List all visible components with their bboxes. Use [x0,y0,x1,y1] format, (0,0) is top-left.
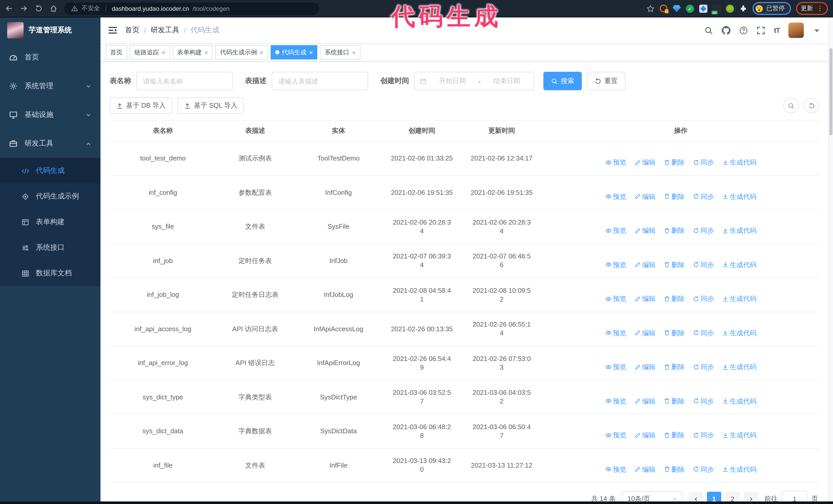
edit-link[interactable]: 编辑 [634,294,656,303]
preview-link[interactable]: 预览 [605,397,626,405]
sidebar-item-form-builder[interactable]: 表单构建 [0,209,100,235]
preview-link[interactable]: 预览 [605,226,626,235]
generate-code-link[interactable]: 生成代码 [722,362,756,371]
breadcrumb-dev-tools[interactable]: 研发工具 [151,26,180,35]
sidebar-item-home[interactable]: 首页 [0,43,100,72]
generate-code-link[interactable]: 生成代码 [722,226,756,235]
preview-link[interactable]: 预览 [605,260,626,269]
toggle-search-button[interactable] [783,98,799,113]
extension-icon-dark-on[interactable] [713,4,721,13]
preview-link[interactable]: 预览 [605,158,626,167]
edit-link[interactable]: 编辑 [634,465,656,474]
sync-link[interactable]: 同步 [693,431,714,439]
delete-link[interactable]: 删除 [664,158,685,167]
sync-link[interactable]: 同步 [693,397,714,405]
sync-link[interactable]: 同步 [693,329,714,337]
import-sql-button[interactable]: 基于 SQL 导入 [177,97,244,114]
extension-icon-grid-diamond[interactable] [699,4,708,13]
reload-icon[interactable] [35,5,43,12]
sync-link[interactable]: 同步 [693,158,714,167]
extension-icon-green-check[interactable]: ✓ [686,4,694,13]
delete-link[interactable]: 删除 [664,362,685,371]
generate-code-link[interactable]: 生成代码 [722,431,756,439]
sidebar-item-db-doc[interactable]: 数据库文档 [0,261,100,286]
extension-icon-blue-gem[interactable] [672,4,681,13]
date-range-picker[interactable]: 开始日期 - 结束日期 [414,72,534,90]
extension-icon-green-robot[interactable] [726,4,734,13]
breadcrumb-home[interactable]: 首页 [125,26,139,35]
browser-update-button[interactable]: 更新 [796,2,828,15]
delete-link[interactable]: 删除 [664,294,685,303]
header-search-icon[interactable] [704,26,713,34]
tab-system-api[interactable]: 系统接口× [320,45,360,59]
close-icon[interactable]: × [309,49,313,56]
tab-home[interactable]: 首页 [105,45,127,59]
table-name-input[interactable] [136,72,233,90]
preview-link[interactable]: 预览 [605,329,626,337]
tab-codegen-example[interactable]: 代码生成示例× [215,45,268,59]
reset-button[interactable]: 重置 [587,72,625,90]
generate-code-link[interactable]: 生成代码 [722,192,756,201]
tab-form-builder[interactable]: 表单构建× [172,45,213,59]
close-icon[interactable]: × [204,49,208,56]
sync-link[interactable]: 同步 [693,192,714,201]
import-db-button[interactable]: 基于 DB 导入 [110,97,172,114]
sidebar-item-codegen-example[interactable]: 代码生成示例 [0,184,100,209]
edit-link[interactable]: 编辑 [634,260,656,269]
github-icon[interactable] [722,26,731,34]
close-icon[interactable]: × [352,49,356,56]
sidebar-item-dev-tools[interactable]: 研发工具 [0,129,100,158]
sidebar-toggle-hamburger-icon[interactable] [108,25,118,35]
preview-link[interactable]: 预览 [605,465,626,474]
generate-code-link[interactable]: 生成代码 [722,260,756,269]
extension-icon-orange[interactable] [660,5,667,12]
delete-link[interactable]: 删除 [664,465,685,474]
close-icon[interactable]: × [162,49,165,56]
address-bar[interactable]: 不安全 dashboard.yudao.iocoder.cn/tool/code… [64,2,319,15]
extensions-puzzle-icon[interactable] [739,4,747,13]
sync-link[interactable]: 同步 [693,362,714,371]
sync-link[interactable]: 同步 [693,260,714,269]
close-icon[interactable]: × [259,49,263,56]
edit-link[interactable]: 编辑 [634,192,656,201]
edit-link[interactable]: 编辑 [634,158,656,167]
edit-link[interactable]: 编辑 [634,226,656,235]
preview-link[interactable]: 预览 [605,362,626,371]
table-desc-input[interactable] [272,72,368,90]
delete-link[interactable]: 删除 [664,329,685,337]
sidebar-item-infrastructure[interactable]: 基础设施 [0,100,100,129]
text-size-icon[interactable]: tT [774,26,780,34]
delete-link[interactable]: 删除 [664,192,685,201]
bookmark-star-icon[interactable] [646,4,654,13]
delete-link[interactable]: 删除 [664,397,685,405]
generate-code-link[interactable]: 生成代码 [722,294,756,303]
scrollbar-thumb[interactable] [829,48,832,135]
sidebar-item-system-api[interactable]: 系统接口 [0,235,100,261]
browser-menu-kebab-icon[interactable] [816,5,823,12]
delete-link[interactable]: 删除 [664,260,685,269]
avatar-caret-down-icon[interactable] [812,26,821,34]
generate-code-link[interactable]: 生成代码 [722,329,756,337]
tab-codegen-active[interactable]: 代码生成× [271,45,317,59]
app-logo[interactable]: 芋道管理系统 [0,18,100,43]
generate-code-link[interactable]: 生成代码 [722,397,756,405]
back-icon[interactable] [5,5,13,12]
sidebar-item-system-management[interactable]: 系统管理 [0,72,100,100]
preview-link[interactable]: 预览 [605,431,626,439]
preview-link[interactable]: 预览 [605,192,626,201]
generate-code-link[interactable]: 生成代码 [722,158,756,167]
preview-link[interactable]: 预览 [605,294,626,303]
sync-link[interactable]: 同步 [693,226,714,235]
sync-link[interactable]: 同步 [693,294,714,303]
edit-link[interactable]: 编辑 [634,329,656,337]
tab-tracing[interactable]: 链路追踪× [130,45,170,59]
generate-code-link[interactable]: 生成代码 [722,465,756,474]
page-scrollbar[interactable] [828,18,833,501]
paused-profile-chip[interactable]: 已暂停 [753,2,791,15]
help-icon[interactable] [739,26,748,34]
edit-link[interactable]: 编辑 [634,431,656,439]
delete-link[interactable]: 删除 [664,226,685,235]
sync-link[interactable]: 同步 [693,465,714,474]
edit-link[interactable]: 编辑 [634,362,656,371]
user-avatar[interactable] [788,23,804,38]
